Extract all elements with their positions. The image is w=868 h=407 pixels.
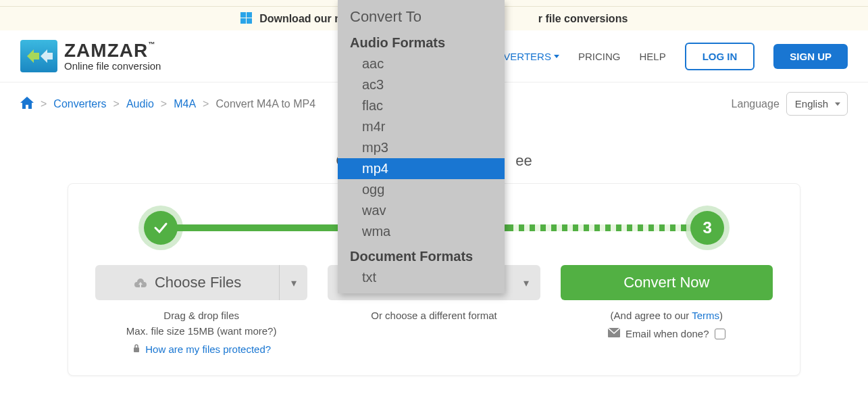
main-nav: CONVERTERS PRICING HELP LOG IN SIGN UP (481, 43, 848, 70)
language-label: Language (732, 98, 780, 110)
dropdown-item-ogg[interactable]: ogg (338, 179, 505, 200)
promo-text-suffix: r file conversions (538, 13, 628, 24)
dropdown-item-wav[interactable]: wav (338, 200, 505, 221)
choose-files-label: Choose Files (155, 274, 241, 291)
format-hint: Or choose a different format (328, 310, 540, 321)
email-when-done-checkbox[interactable] (715, 329, 725, 339)
nav-help[interactable]: HELP (639, 51, 665, 62)
svg-rect-1 (247, 12, 252, 18)
upload-cloud-icon (133, 277, 148, 289)
logo-icon (20, 40, 57, 72)
files-protected-link[interactable]: How are my files protected? (145, 343, 271, 355)
dropdown-item-flac[interactable]: flac (338, 95, 505, 116)
mail-icon (608, 328, 620, 339)
dropdown-title: Convert To (338, 0, 505, 28)
dropdown-item-aac[interactable]: aac (338, 53, 505, 74)
format-dropdown: Convert To Audio Formats aacac3flacm4rmp… (338, 0, 505, 293)
language-select[interactable]: English (786, 92, 848, 116)
chevron-down-icon (554, 55, 559, 58)
breadcrumb-current: Convert M4A to MP4 (215, 98, 315, 110)
email-when-done-label: Email when done? (626, 328, 709, 339)
windows-icon (240, 12, 253, 24)
home-icon[interactable] (20, 97, 34, 112)
drag-drop-hint: Drag & drop files (95, 310, 307, 321)
convert-now-button[interactable]: Convert Now (561, 265, 773, 300)
dropdown-item-txt[interactable]: txt (338, 267, 505, 288)
breadcrumb-audio[interactable]: Audio (126, 98, 154, 110)
choose-files-button[interactable]: Choose Files ▾ (95, 265, 307, 300)
dropdown-item-ac3[interactable]: ac3 (338, 74, 505, 95)
dropdown-item-mp4[interactable]: mp4 (338, 158, 505, 179)
breadcrumb-converters[interactable]: Converters (53, 98, 106, 110)
svg-rect-2 (240, 18, 246, 24)
dropdown-item-mp3[interactable]: mp3 (338, 137, 505, 158)
logo[interactable]: ZAMZAR™ Online file conversion (20, 40, 161, 72)
svg-rect-0 (240, 12, 246, 18)
svg-rect-3 (247, 18, 252, 24)
want-more-link[interactable]: want more? (220, 325, 273, 337)
lock-icon (132, 343, 141, 355)
terms-link[interactable]: Terms (692, 310, 719, 321)
dropdown-item-wma[interactable]: wma (338, 221, 505, 242)
choose-files-caret[interactable]: ▾ (279, 265, 307, 300)
dropdown-document-header: Document Formats (338, 242, 505, 267)
step-3: 3 (690, 211, 724, 245)
dropdown-item-m4r[interactable]: m4r (338, 116, 505, 137)
nav-pricing[interactable]: PRICING (578, 51, 621, 62)
login-button[interactable]: LOG IN (685, 43, 755, 70)
step-1-done (144, 211, 178, 245)
max-size-hint: Max. file size 15MB (want more?) (95, 325, 307, 337)
logo-name: ZAMZAR™ (64, 41, 161, 60)
breadcrumb-m4a[interactable]: M4A (174, 98, 196, 110)
format-caret-icon: ▾ (512, 265, 540, 300)
signup-button[interactable]: SIGN UP (773, 44, 848, 69)
terms-hint: (And agree to our Terms) (561, 310, 773, 321)
convert-column: Convert Now (And agree to our Terms) Ema… (561, 265, 773, 355)
dropdown-audio-header: Audio Formats (338, 28, 505, 53)
logo-tagline: Online file conversion (64, 60, 161, 72)
svg-rect-4 (134, 348, 139, 352)
choose-column: Choose Files ▾ Drag & drop files Max. fi… (95, 265, 307, 355)
